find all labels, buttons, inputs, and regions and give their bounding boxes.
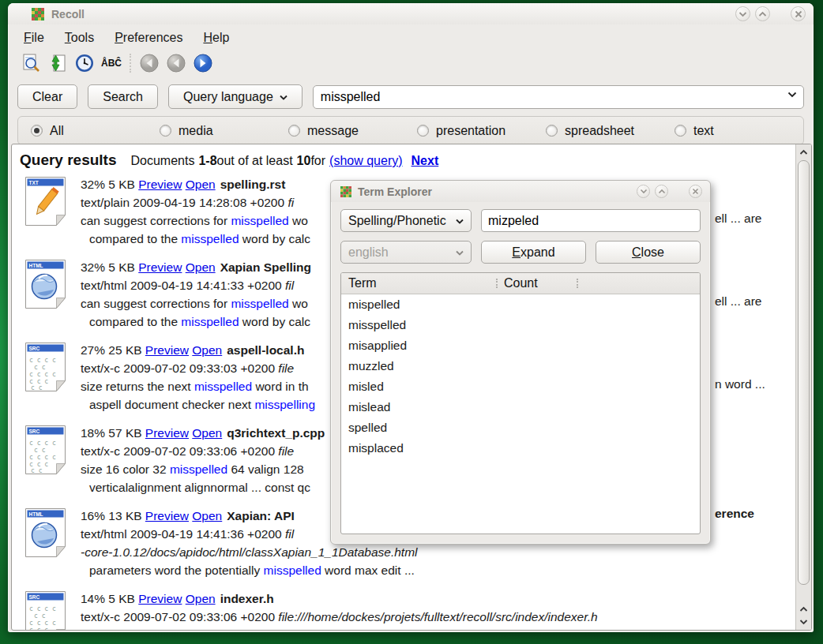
preview-link[interactable]: Preview bbox=[145, 509, 189, 522]
result-url: fi bbox=[287, 196, 294, 209]
clear-button[interactable]: Clear bbox=[17, 84, 77, 109]
result-text: 32% 5 KB bbox=[81, 178, 138, 191]
search-button[interactable]: Search bbox=[88, 84, 158, 109]
window-title: Recoll bbox=[51, 8, 731, 21]
result-text: compared to the bbox=[89, 315, 181, 328]
result-title: Xapian: API bbox=[227, 509, 295, 522]
previous-page-icon[interactable] bbox=[164, 52, 188, 74]
expansion-mode-dropdown[interactable]: Spelling/Phonetic bbox=[340, 209, 472, 232]
preview-link[interactable]: Preview bbox=[138, 260, 182, 274]
column-separator[interactable] bbox=[496, 279, 498, 288]
dialog-maximize-button[interactable] bbox=[655, 185, 668, 198]
term-input[interactable] bbox=[481, 209, 701, 232]
search-input[interactable] bbox=[313, 85, 804, 109]
highlight-term: misspelled bbox=[194, 380, 252, 393]
term-row[interactable]: mispelled bbox=[341, 294, 700, 315]
column-count[interactable]: Count bbox=[504, 276, 577, 290]
term-row[interactable]: misplaced bbox=[341, 438, 700, 459]
result-body: 14% 5 KB Preview Openindexer.htext/x-c 2… bbox=[81, 590, 598, 631]
filter-media[interactable]: media bbox=[160, 124, 288, 138]
dialog-titlebar[interactable]: Term Explorer bbox=[331, 181, 710, 202]
filter-bar: Allmediamessagepresentationspreadsheette… bbox=[17, 116, 804, 145]
dialog-close-button[interactable] bbox=[689, 185, 702, 198]
close-icon bbox=[692, 188, 699, 195]
filter-presentation[interactable]: presentation bbox=[417, 124, 546, 138]
term-row[interactable]: misapplied bbox=[341, 335, 700, 356]
sort-by-date-icon[interactable] bbox=[73, 52, 96, 74]
scroll-up-icon[interactable] bbox=[796, 602, 811, 616]
term-row[interactable]: misled bbox=[341, 376, 700, 397]
radio-icon[interactable] bbox=[417, 125, 429, 137]
result-title: spelling.rst bbox=[220, 178, 286, 191]
filter-message[interactable]: message bbox=[288, 124, 417, 138]
filter-all[interactable]: All bbox=[31, 124, 160, 138]
scroll-up-icon[interactable] bbox=[796, 145, 811, 159]
expand-button[interactable]: Expand bbox=[481, 241, 586, 264]
filter-label: presentation bbox=[436, 124, 505, 138]
dialog-close-button2[interactable]: Close bbox=[596, 241, 701, 264]
scroll-down-icon[interactable] bbox=[796, 615, 811, 628]
open-link[interactable]: Open bbox=[192, 426, 222, 440]
preview-search-icon[interactable] bbox=[19, 52, 43, 74]
menu-tools[interactable]: Tools bbox=[57, 28, 102, 47]
open-link[interactable]: Open bbox=[192, 343, 222, 357]
chevron-up-icon bbox=[758, 11, 767, 17]
preview-link[interactable]: Preview bbox=[145, 426, 189, 440]
result-text: size returns the next bbox=[81, 380, 194, 393]
radio-icon[interactable] bbox=[31, 125, 43, 137]
result-text: text/x-c 2009-07-02 09:33:03 +0200 bbox=[81, 361, 278, 375]
menu-help[interactable]: Help bbox=[195, 28, 237, 47]
result-body: 27% 25 KB Preview Openaspell-local.htext… bbox=[81, 341, 315, 414]
first-page-icon[interactable] bbox=[137, 52, 161, 74]
filter-spreadsheet[interactable]: spreadsheet bbox=[546, 124, 675, 138]
term-row[interactable]: spelled bbox=[341, 417, 700, 438]
preview-link[interactable]: Preview bbox=[145, 343, 189, 357]
svg-text:c c: c c bbox=[34, 612, 46, 620]
update-index-icon[interactable] bbox=[46, 52, 70, 74]
minimize-button[interactable] bbox=[735, 6, 750, 21]
result-text: verticalalignment alignnormal ... const … bbox=[89, 481, 310, 494]
filter-text[interactable]: text bbox=[675, 124, 803, 138]
next-page-link[interactable]: Next bbox=[412, 154, 439, 168]
highlight-term: misspelled bbox=[181, 315, 239, 328]
term-row[interactable]: misspelled bbox=[341, 315, 700, 335]
radio-icon[interactable] bbox=[675, 125, 686, 137]
radio-icon[interactable] bbox=[288, 125, 300, 137]
preview-link[interactable]: Preview bbox=[138, 592, 182, 605]
menubar: FileToolsPreferencesHelp bbox=[8, 24, 814, 50]
toolbar: ÅBĈ bbox=[8, 50, 814, 78]
result-title: q3richtext_p.cpp bbox=[227, 426, 325, 440]
open-link[interactable]: Open bbox=[186, 178, 216, 191]
next-page-icon[interactable] bbox=[191, 52, 215, 74]
result-text: 14% 5 KB bbox=[81, 592, 138, 605]
svg-text:HTML: HTML bbox=[29, 511, 43, 517]
chevron-down-icon[interactable] bbox=[787, 92, 797, 98]
dialog-minimize-button[interactable] bbox=[637, 185, 650, 198]
query-language-dropdown[interactable]: Query language bbox=[168, 84, 303, 109]
open-link[interactable]: Open bbox=[186, 260, 216, 274]
titlebar[interactable]: Recoll bbox=[8, 3, 814, 24]
results-scrollbar[interactable] bbox=[795, 144, 811, 630]
column-term[interactable]: Term bbox=[341, 276, 496, 290]
term-row[interactable]: muzzled bbox=[341, 356, 700, 376]
maximize-button[interactable] bbox=[755, 6, 770, 21]
result-total: 10 bbox=[297, 154, 311, 168]
scrollbar-thumb[interactable] bbox=[798, 160, 810, 585]
preview-link[interactable]: Preview bbox=[138, 178, 182, 191]
result-text: text/x-c 2009-07-02 09:33:06 +0200 bbox=[81, 444, 278, 458]
term-explorer-icon[interactable]: ÅBĈ bbox=[100, 52, 123, 74]
menu-file[interactable]: File bbox=[16, 28, 52, 47]
radio-icon[interactable] bbox=[160, 125, 171, 137]
menu-preferences[interactable]: Preferences bbox=[107, 28, 190, 47]
open-link[interactable]: Open bbox=[192, 509, 222, 522]
language-dropdown[interactable]: english bbox=[340, 241, 472, 264]
term-row[interactable]: mislead bbox=[341, 397, 700, 417]
svg-text:c c c c: c c c c bbox=[29, 620, 56, 627]
svg-text:c c c c: c c c c bbox=[29, 357, 56, 364]
svg-text:c c c c: c c c c bbox=[29, 371, 56, 378]
close-button[interactable] bbox=[791, 6, 806, 21]
open-link[interactable]: Open bbox=[186, 592, 216, 605]
show-query-link[interactable]: (show query) bbox=[329, 154, 402, 168]
column-separator[interactable] bbox=[577, 279, 578, 288]
radio-icon[interactable] bbox=[546, 125, 558, 137]
